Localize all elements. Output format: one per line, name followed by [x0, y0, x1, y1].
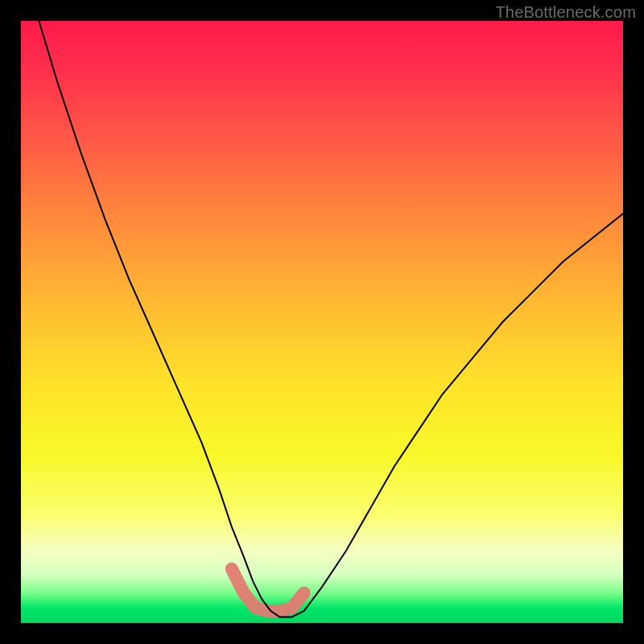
chart-frame: TheBottleneck.com	[0, 0, 644, 644]
watermark-text: TheBottleneck.com	[495, 3, 636, 22]
plot-area	[21, 21, 623, 623]
curves-svg	[21, 21, 623, 623]
curve-path	[39, 21, 623, 617]
highlight-path	[232, 569, 304, 611]
